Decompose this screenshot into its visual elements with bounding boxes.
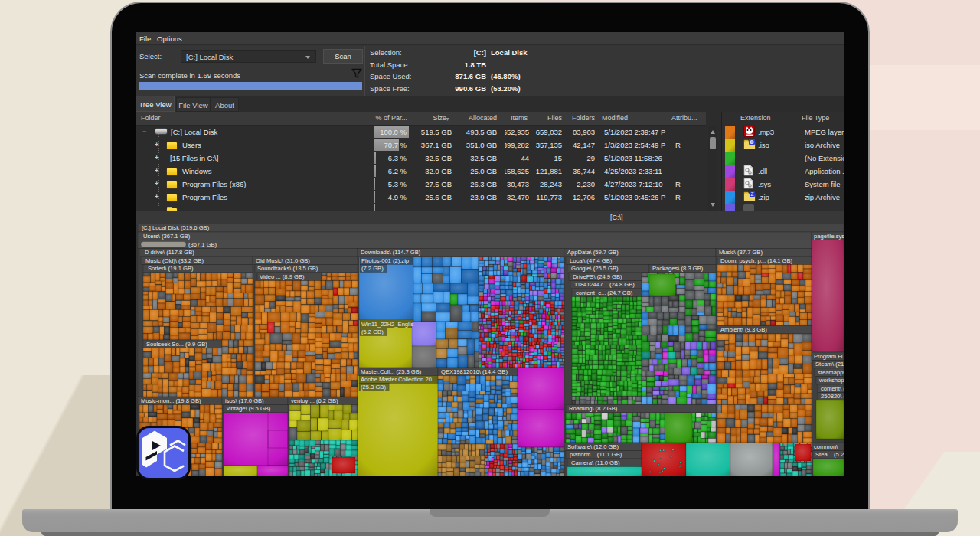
svg-text:isos\ (17.0 GB): isos\ (17.0 GB) bbox=[225, 397, 264, 404]
svg-text:platform... (11.1 GB): platform... (11.1 GB) bbox=[570, 451, 622, 458]
svg-text:Adobe.Master.Collection.20: Adobe.Master.Collection.20 bbox=[361, 376, 432, 383]
svg-text:Downloads\ (114.7 GB): Downloads\ (114.7 GB) bbox=[361, 249, 421, 256]
svg-text:(367.1 GB): (367.1 GB) bbox=[188, 241, 217, 248]
svg-text:Old Music\ (31.0 GB): Old Music\ (31.0 GB) bbox=[256, 257, 310, 264]
svg-text:content_c... (24.7 GB): content_c... (24.7 GB) bbox=[576, 289, 633, 296]
svg-text:Sorted\ (19.1 GB): Sorted\ (19.1 GB) bbox=[148, 265, 194, 272]
svg-text:Soulseek So... (9.9 GB): Soulseek So... (9.9 GB) bbox=[146, 341, 207, 348]
svg-text:ventoy ... (6.2 GB): ventoy ... (6.2 GB) bbox=[291, 397, 338, 404]
svg-text:D drive\ (117.8 GB): D drive\ (117.8 GB) bbox=[145, 249, 194, 256]
svg-text:Music-mon... (19.8 GB): Music-mon... (19.8 GB) bbox=[141, 397, 201, 404]
svg-text:(5.2 GB): (5.2 GB) bbox=[361, 328, 384, 335]
svg-text:steamapps: steamapps bbox=[818, 369, 844, 376]
svg-text:DriveFS\ (24.9 GB): DriveFS\ (24.9 GB) bbox=[573, 273, 622, 280]
svg-text:Steam\ (21: Steam\ (21 bbox=[815, 361, 844, 368]
svg-text:Master.Coll... (25.3 GB): Master.Coll... (25.3 GB) bbox=[361, 368, 422, 375]
svg-text:118412447... (24.8 GB): 118412447... (24.8 GB) bbox=[574, 281, 635, 288]
svg-text:Users\ (367.1 GB): Users\ (367.1 GB) bbox=[143, 233, 191, 240]
svg-text:vintage\ (9.5 GB): vintage\ (9.5 GB) bbox=[227, 405, 271, 412]
svg-text:Local\ (47.4 GB): Local\ (47.4 GB) bbox=[570, 257, 612, 264]
svg-text:Google\ (25.5 GB): Google\ (25.5 GB) bbox=[571, 265, 619, 272]
svg-text:Ambient\ (9.3 GB): Ambient\ (9.3 GB) bbox=[720, 326, 767, 333]
svg-text:Z: Z bbox=[751, 191, 754, 197]
svg-text:Soundtracks\ (13.5 GB): Soundtracks\ (13.5 GB) bbox=[257, 265, 318, 272]
svg-text:(7.2 GB): (7.2 GB) bbox=[361, 265, 384, 272]
svg-text:Stea... (5.2: Stea... (5.2 bbox=[815, 451, 844, 458]
svg-text:[C:] Local Disk (519.6 GB): [C:] Local Disk (519.6 GB) bbox=[142, 224, 210, 231]
svg-text:Video ... (8.9 GB): Video ... (8.9 GB) bbox=[260, 273, 305, 280]
svg-text:QEX19812016\ (14.4 GB): QEX19812016\ (14.4 GB) bbox=[441, 368, 508, 375]
svg-text:AppData\ (59.7 GB): AppData\ (59.7 GB) bbox=[567, 249, 619, 256]
svg-text:Photos-001 (2).zip: Photos-001 (2).zip bbox=[361, 257, 409, 264]
svg-text:(25.3 GB): (25.3 GB) bbox=[361, 384, 386, 391]
svg-text:content\ (: content\ ( bbox=[821, 385, 844, 392]
svg-text:Win11_22H2_Englis: Win11_22H2_Englis bbox=[361, 321, 413, 328]
svg-text:Music\ (37.7 GB): Music\ (37.7 GB) bbox=[719, 249, 763, 256]
svg-text:common\: common\ bbox=[814, 443, 838, 450]
svg-text:Roaming\ (8.2 GB): Roaming\ (8.2 GB) bbox=[569, 405, 618, 412]
svg-text:Doom, psych, p... (14.1 GB): Doom, psych, p... (14.1 GB) bbox=[720, 257, 793, 264]
svg-text:Music (Old)\ (33.2 GB): Music (Old)\ (33.2 GB) bbox=[145, 257, 204, 264]
svg-text:Program Fi: Program Fi bbox=[814, 353, 843, 360]
svg-text:workshop\: workshop\ bbox=[818, 377, 844, 384]
svg-text:Camera\ (11.0 GB): Camera\ (11.0 GB) bbox=[571, 459, 620, 466]
svg-text:250820\ (: 250820\ ( bbox=[821, 393, 844, 400]
svg-text:Software\ (12.0 GB): Software\ (12.0 GB) bbox=[567, 443, 619, 450]
svg-text:Packages\ (8.3 GB): Packages\ (8.3 GB) bbox=[652, 265, 704, 272]
svg-text:pagefile.sys: pagefile.sys bbox=[814, 233, 844, 240]
